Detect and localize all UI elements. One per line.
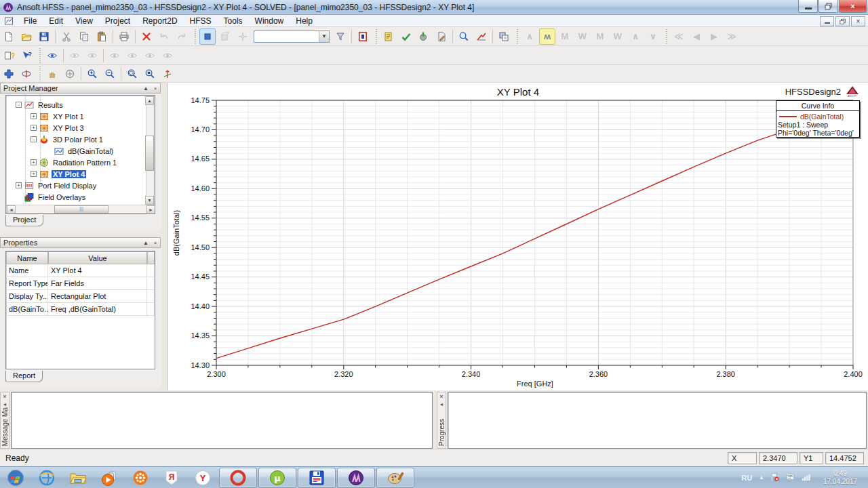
zoom-in-icon[interactable] (84, 66, 100, 82)
history-tree-icon[interactable] (355, 28, 371, 45)
pane-collapse-icon[interactable]: ◄ (3, 402, 7, 407)
tree-item-xy-plot-1[interactable]: +XY Plot 1 (6, 110, 155, 122)
zoom-out-icon[interactable] (102, 66, 118, 82)
collapse-toggle-icon[interactable]: - (16, 102, 22, 108)
tree-item-xy-plot-4[interactable]: +XY Plot 4 (6, 168, 155, 180)
close-button[interactable]: × (839, 0, 867, 13)
title-bar[interactable]: Ansoft HFSS - panel_mimo2350_03 - HFSSDe… (0, 0, 868, 15)
properties-header[interactable]: Properties ▲ × (0, 237, 161, 248)
chevron-down-icon[interactable]: ▼ (319, 31, 329, 42)
message-manager-content[interactable] (11, 392, 433, 449)
show-others-icon[interactable] (159, 47, 176, 64)
menu-project[interactable]: Project (99, 15, 136, 27)
last-frame-icon[interactable]: ≫ (724, 28, 740, 45)
validation-check-icon[interactable] (380, 28, 397, 45)
property-row[interactable]: dB(GainTo...Freq ,dB(GainTotal) (6, 303, 155, 316)
expand-toggle-icon[interactable]: + (16, 182, 22, 188)
wave-shape-2-icon[interactable]: ʍ (539, 28, 555, 45)
new-file-icon[interactable] (1, 28, 17, 45)
tree-vscroll-thumb[interactable] (145, 136, 154, 171)
property-row[interactable]: Display Ty...Rectangular Plot (6, 290, 155, 303)
maximize-button[interactable] (818, 0, 838, 13)
scroll-left-icon[interactable]: ◄ (7, 205, 16, 214)
copy-icon[interactable] (76, 28, 92, 45)
scroll-right-icon[interactable]: ► (146, 205, 155, 214)
submit-job-icon[interactable] (416, 28, 432, 45)
menu-window[interactable]: Window (249, 15, 290, 27)
pane-close-icon[interactable]: × (439, 393, 443, 400)
expand-toggle-icon[interactable]: + (31, 159, 37, 165)
boolean-unite-icon[interactable] (1, 66, 17, 82)
print-icon[interactable] (116, 28, 132, 45)
property-value[interactable]: Rectangular Plot (48, 290, 147, 303)
select-face-icon[interactable] (217, 28, 233, 45)
menu-help[interactable]: Help (290, 15, 319, 27)
paint-icon[interactable] (376, 468, 414, 488)
media-player-icon[interactable] (94, 468, 125, 488)
internet-explorer-icon[interactable] (31, 468, 62, 488)
select-object-icon[interactable] (199, 28, 216, 45)
select-multi-icon[interactable] (235, 28, 251, 45)
delete-icon[interactable] (138, 28, 155, 45)
wave-shape-1-icon[interactable]: ∧ (521, 28, 538, 45)
project-manager-header[interactable]: Project Manager ▲ × (0, 83, 161, 94)
solution-data-icon[interactable] (456, 28, 472, 45)
analyze-all-icon[interactable] (398, 28, 414, 45)
menu-tools[interactable]: Tools (218, 15, 249, 27)
property-row[interactable]: Report TypeFar Fields (6, 277, 155, 290)
panel-collapse-icon[interactable]: ▲ (141, 239, 151, 247)
open-file-icon[interactable] (18, 28, 35, 45)
language-indicator[interactable]: RU (741, 474, 752, 482)
tree-item-field-overlays[interactable]: Field Overlays (6, 191, 155, 203)
prev-frame-icon[interactable]: ◀ (688, 28, 705, 45)
tree-hscrollbar[interactable]: ◄ ||| ► (6, 205, 155, 214)
first-frame-icon[interactable]: ≪ (671, 28, 687, 45)
fit-all-icon[interactable] (142, 66, 158, 82)
wave-shape-8-icon[interactable]: ∨ (645, 28, 661, 45)
expand-toggle-icon[interactable]: + (31, 171, 37, 177)
minimize-button[interactable] (798, 0, 818, 13)
toolbar-grip[interactable] (517, 29, 518, 44)
panel-collapse-icon[interactable]: ▲ (141, 84, 151, 92)
wave-shape-3-icon[interactable]: M (557, 28, 573, 45)
property-value[interactable]: XY Plot 4 (48, 264, 147, 277)
taskbar-clock[interactable]: 0:49 17.04.2017 (818, 470, 863, 486)
wave-shape-4-icon[interactable]: W (574, 28, 591, 45)
menu-report2d[interactable]: Report2D (136, 15, 183, 27)
tree-hscroll-thumb[interactable]: ||| (54, 205, 108, 214)
tree-item-3d-polar-plot-1[interactable]: -3D Polar Plot 1 (6, 134, 155, 145)
hfss-app-icon[interactable] (337, 468, 375, 488)
project-tab[interactable]: Project (5, 215, 43, 226)
context-help-icon[interactable]: ? (18, 47, 35, 64)
mdi-minimize-button[interactable] (820, 16, 834, 26)
opera-icon[interactable] (219, 468, 257, 488)
toolbar-grip[interactable] (666, 29, 667, 44)
property-value[interactable]: Far Fields (48, 277, 147, 290)
report-tab[interactable]: Report (5, 371, 43, 382)
action-center-flag-icon[interactable] (767, 472, 783, 484)
tree-item-results[interactable]: -Results (6, 99, 155, 110)
start-orb-icon[interactable] (0, 468, 31, 488)
menu-hfss[interactable]: HFSS (184, 15, 218, 27)
mdi-close-button[interactable]: × (851, 16, 865, 26)
toolbar-grip[interactable] (376, 29, 377, 44)
copy-image-icon[interactable] (496, 28, 512, 45)
expand-toggle-icon[interactable]: + (31, 125, 37, 131)
menu-view[interactable]: View (69, 15, 99, 27)
curve-info-legend[interactable]: Curve Info dB(GainTotal) Setup1 : Sweep … (776, 100, 860, 138)
collapse-toggle-icon[interactable]: - (31, 136, 37, 142)
show-all-icon[interactable] (124, 47, 140, 64)
tree-item-port-field-display[interactable]: +Port Field Display (6, 180, 155, 191)
column-header-name[interactable]: Name (6, 251, 48, 264)
windows-explorer-icon[interactable] (62, 468, 94, 488)
menu-edit[interactable]: Edit (43, 15, 69, 27)
project-tree[interactable]: -Results+XY Plot 1+XY Plot 3-3D Polar Pl… (5, 95, 155, 214)
tree-item-radiation-pattern-1[interactable]: +Radiation Pattern 1 (6, 157, 155, 168)
utorrent-icon[interactable]: µ (258, 468, 296, 488)
active-selection-combo[interactable]: ▼ (254, 30, 330, 43)
toolbar-grip[interactable] (39, 48, 41, 63)
expand-toggle-icon[interactable]: + (31, 113, 37, 119)
column-header-value[interactable]: Value (48, 251, 147, 264)
pane-collapse-icon[interactable]: ◄ (439, 402, 444, 407)
hide-selection-icon[interactable] (66, 47, 83, 64)
